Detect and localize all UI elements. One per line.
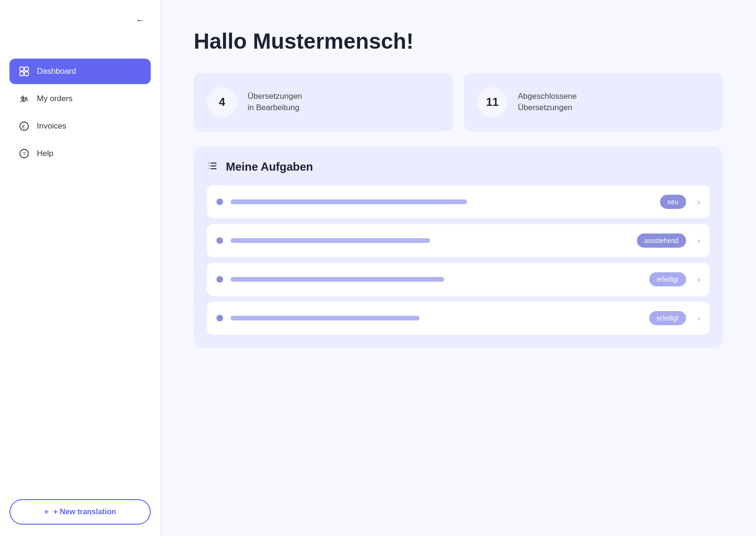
task-dot: [216, 315, 223, 321]
tasks-header: Meine Aufgaben: [207, 160, 710, 174]
back-button[interactable]: ←: [132, 11, 149, 28]
translate-icon: 文 A: [18, 93, 30, 105]
svg-text:€: €: [22, 124, 25, 130]
task-dot: [216, 276, 223, 283]
status-badge: erledigt: [649, 311, 686, 325]
svg-rect-3: [25, 72, 28, 76]
task-bar-container: [231, 277, 642, 282]
task-dot: [216, 237, 223, 244]
table-row[interactable]: erledigt ›: [207, 263, 710, 296]
plus-icon: +: [44, 508, 48, 516]
stats-row: 4 Übersetzungenin Bearbeitung 11 Abgesch…: [194, 73, 723, 131]
sidebar-item-help[interactable]: ? Help: [9, 141, 151, 166]
task-dot: [216, 199, 223, 205]
tasks-title: Meine Aufgaben: [226, 160, 313, 173]
stat-card-completed: 11 AbgeschlosseneÜbersetzungen: [464, 73, 723, 131]
stat-count-completed: 11: [477, 87, 507, 117]
tasks-section: Meine Aufgaben neu › ausstehend ›: [194, 147, 723, 348]
status-badge: ausstehend: [637, 233, 686, 248]
sidebar: ← Dashboard 文 A: [0, 0, 161, 536]
svg-text:?: ?: [23, 151, 26, 157]
stat-label-completed: AbgeschlosseneÜbersetzungen: [518, 91, 577, 113]
nav-section: Dashboard 文 A My orders € Invoices: [9, 59, 151, 166]
new-translation-button[interactable]: + + New translation: [9, 499, 151, 525]
status-badge: neu: [660, 195, 686, 209]
task-bar: [231, 277, 444, 282]
stat-label-in-progress: Übersetzungenin Bearbeitung: [248, 91, 302, 113]
stat-count-in-progress: 4: [207, 87, 237, 117]
sidebar-item-label: Invoices: [37, 121, 66, 131]
stat-card-in-progress: 4 Übersetzungenin Bearbeitung: [194, 73, 453, 131]
chevron-right-icon: ›: [697, 275, 700, 285]
sidebar-item-my-orders[interactable]: 文 A My orders: [9, 86, 151, 112]
tasks-list-icon: [207, 160, 219, 174]
chevron-right-icon: ›: [697, 197, 700, 207]
task-bar: [231, 316, 420, 320]
task-bar-container: [231, 316, 642, 320]
dashboard-icon: [18, 65, 30, 78]
sidebar-item-dashboard[interactable]: Dashboard: [9, 59, 151, 84]
greeting-heading: Hallo Mustermensch!: [194, 28, 723, 54]
task-list: neu › ausstehend › erledigt ›: [207, 185, 710, 335]
table-row[interactable]: neu ›: [207, 185, 710, 218]
main-content: Hallo Mustermensch! 4 Übersetzungenin Be…: [161, 0, 756, 536]
euro-icon: €: [18, 120, 30, 132]
task-bar: [231, 199, 467, 204]
svg-text:A: A: [24, 96, 28, 103]
sidebar-item-label: Dashboard: [37, 67, 76, 76]
task-bar-container: [231, 199, 653, 204]
sidebar-item-label: Help: [37, 149, 53, 158]
sidebar-item-label: My orders: [37, 94, 73, 104]
back-arrow-icon: ←: [136, 15, 145, 26]
status-badge: erledigt: [649, 272, 686, 286]
svg-rect-1: [25, 67, 28, 71]
task-bar-container: [231, 238, 629, 243]
chevron-right-icon: ›: [697, 313, 700, 323]
table-row[interactable]: ausstehend ›: [207, 224, 710, 257]
chevron-right-icon: ›: [697, 236, 700, 246]
sidebar-item-invoices[interactable]: € Invoices: [9, 113, 151, 139]
table-row[interactable]: erledigt ›: [207, 302, 710, 335]
svg-rect-2: [20, 72, 24, 76]
svg-rect-0: [20, 67, 24, 71]
new-translation-label: + New translation: [53, 508, 116, 516]
help-icon: ?: [18, 147, 30, 160]
task-bar: [231, 238, 430, 243]
